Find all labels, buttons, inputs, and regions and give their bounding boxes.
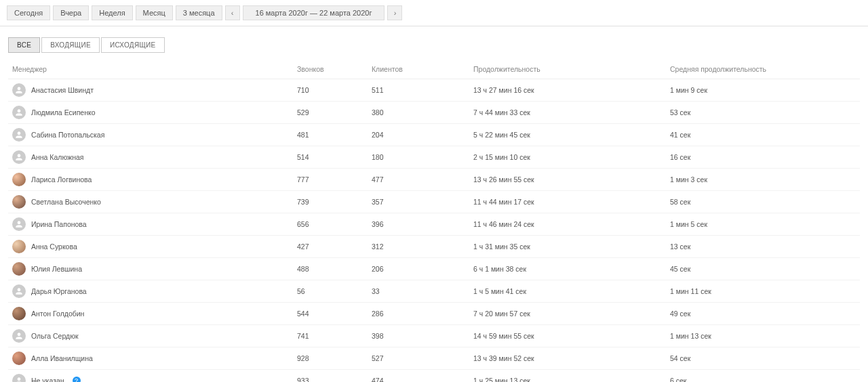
cell-clients: 396 <box>368 213 469 236</box>
table-row[interactable]: Анна Калюжная5141802 ч 15 мин 10 сек16 с… <box>8 146 860 169</box>
table-row[interactable]: Светлана Высоченко73935711 ч 44 мин 17 с… <box>8 191 860 213</box>
cell-clients: 312 <box>368 236 469 258</box>
week-button[interactable]: Неделя <box>92 5 132 20</box>
cell-avg: 41 сек <box>666 124 860 146</box>
cell-duration: 7 ч 20 мин 57 сек <box>469 303 666 325</box>
cell-calls: 514 <box>293 146 368 169</box>
avatar <box>12 150 26 164</box>
cell-calls: 56 <box>293 280 368 303</box>
avatar <box>12 352 26 365</box>
manager-name: Антон Голдобин <box>31 310 84 318</box>
manager-name: Ольга Сердюк <box>31 332 79 340</box>
chevron-left-icon: ‹ <box>231 9 234 17</box>
avatar <box>12 307 26 320</box>
cell-clients: 511 <box>368 79 469 102</box>
cell-duration: 13 ч 26 мин 55 сек <box>469 169 666 191</box>
table-row[interactable]: Алла Иванилщина92852713 ч 39 мин 52 сек5… <box>8 347 860 370</box>
cell-avg: 13 сек <box>666 236 860 258</box>
table-row[interactable]: Ольга Сердюк74139814 ч 59 мин 55 сек1 ми… <box>8 325 860 347</box>
cell-duration: 1 ч 5 мин 41 сек <box>469 280 666 303</box>
next-range-button[interactable]: › <box>387 5 402 20</box>
cell-avg: 54 сек <box>666 347 860 370</box>
cell-clients: 286 <box>368 303 469 325</box>
manager-name: Сабина Потопальская <box>31 131 104 139</box>
table-row[interactable]: Юлия Левшина4882066 ч 1 мин 38 сек45 сек <box>8 258 860 280</box>
tab-all[interactable]: ВСЕ <box>8 37 40 53</box>
cell-avg: 49 сек <box>666 303 860 325</box>
month-button[interactable]: Месяц <box>136 5 173 20</box>
avatar <box>12 262 26 276</box>
cell-clients: 477 <box>368 169 469 191</box>
cell-duration: 13 ч 39 мин 52 сек <box>469 347 666 370</box>
header-calls[interactable]: Звонков <box>293 60 368 79</box>
cell-avg: 1 мин 3 сек <box>666 169 860 191</box>
avatar <box>12 284 26 298</box>
tab-outgoing[interactable]: ИСХОДЯЩИЕ <box>101 37 165 53</box>
cell-calls: 933 <box>293 370 368 383</box>
header-duration[interactable]: Продолжительность <box>469 60 666 79</box>
manager-name: Не указан <box>31 377 64 382</box>
table-row[interactable]: Антон Голдобин5442867 ч 20 мин 57 сек49 … <box>8 303 860 325</box>
cell-duration: 1 ч 31 мин 35 сек <box>469 236 666 258</box>
cell-duration: 7 ч 44 мин 33 сек <box>469 102 666 124</box>
cell-calls: 427 <box>293 236 368 258</box>
cell-avg: 45 сек <box>666 258 860 280</box>
cell-duration: 5 ч 22 мин 45 сек <box>469 124 666 146</box>
cell-clients: 206 <box>368 258 469 280</box>
table-row[interactable]: Не указан?9334741 ч 25 мин 13 сек6 сек <box>8 370 860 383</box>
call-direction-tabs: ВСЕ ВХОДЯЩИЕ ИСХОДЯЩИЕ <box>8 37 860 53</box>
avatar <box>12 217 26 231</box>
info-icon[interactable]: ? <box>73 377 81 382</box>
cell-avg: 58 сек <box>666 191 860 213</box>
cell-avg: 16 сек <box>666 146 860 169</box>
table-row[interactable]: Лариса Логвинова77747713 ч 26 мин 55 сек… <box>8 169 860 191</box>
chevron-right-icon: › <box>394 9 397 17</box>
cell-calls: 544 <box>293 303 368 325</box>
manager-name: Дарья Юрганова <box>31 287 87 295</box>
avatar <box>12 240 26 253</box>
table-row[interactable]: Анастасия Швиндт71051113 ч 27 мин 16 сек… <box>8 79 860 102</box>
header-manager[interactable]: Менеджер <box>8 60 293 79</box>
cell-clients: 357 <box>368 191 469 213</box>
cell-calls: 656 <box>293 213 368 236</box>
manager-name: Ирина Папонова <box>31 220 87 228</box>
managers-table: Менеджер Звонков Клиентов Продолжительно… <box>8 60 860 382</box>
table-row[interactable]: Дарья Юрганова56331 ч 5 мин 41 сек1 мин … <box>8 280 860 303</box>
cell-calls: 928 <box>293 347 368 370</box>
manager-name: Людмила Есипенко <box>31 108 96 116</box>
cell-clients: 180 <box>368 146 469 169</box>
table-row[interactable]: Ирина Папонова65639611 ч 46 мин 24 сек1 … <box>8 213 860 236</box>
manager-name: Анна Калюжная <box>31 153 84 161</box>
table-row[interactable]: Анна Суркова4273121 ч 31 мин 35 сек13 се… <box>8 236 860 258</box>
cell-duration: 1 ч 25 мин 13 сек <box>469 370 666 383</box>
cell-duration: 13 ч 27 мин 16 сек <box>469 79 666 102</box>
cell-calls: 481 <box>293 124 368 146</box>
cell-clients: 380 <box>368 102 469 124</box>
three-months-button[interactable]: 3 месяца <box>176 5 222 20</box>
header-avg-duration[interactable]: Средняя продолжительность <box>666 60 860 79</box>
yesterday-button[interactable]: Вчера <box>53 5 89 20</box>
avatar <box>12 106 26 119</box>
cell-avg: 1 мин 13 сек <box>666 325 860 347</box>
cell-duration: 6 ч 1 мин 38 сек <box>469 258 666 280</box>
prev-range-button[interactable]: ‹ <box>225 5 240 20</box>
cell-duration: 2 ч 15 мин 10 сек <box>469 146 666 169</box>
manager-name: Лариса Логвинова <box>31 175 92 184</box>
manager-name: Алла Иванилщина <box>31 354 93 362</box>
cell-avg: 53 сек <box>666 102 860 124</box>
avatar <box>12 128 26 142</box>
cell-duration: 11 ч 44 мин 17 сек <box>469 191 666 213</box>
table-row[interactable]: Сабина Потопальская4812045 ч 22 мин 45 с… <box>8 124 860 146</box>
header-clients[interactable]: Клиентов <box>368 60 469 79</box>
cell-calls: 488 <box>293 258 368 280</box>
avatar <box>12 195 26 209</box>
cell-clients: 204 <box>368 124 469 146</box>
cell-calls: 741 <box>293 325 368 347</box>
cell-calls: 777 <box>293 169 368 191</box>
tab-incoming[interactable]: ВХОДЯЩИЕ <box>41 37 100 53</box>
date-range-display[interactable]: 16 марта 2020г — 22 марта 2020г <box>243 5 385 20</box>
today-button[interactable]: Сегодня <box>7 5 50 20</box>
avatar <box>12 173 26 186</box>
cell-clients: 474 <box>368 370 469 383</box>
table-row[interactable]: Людмила Есипенко5293807 ч 44 мин 33 сек5… <box>8 102 860 124</box>
